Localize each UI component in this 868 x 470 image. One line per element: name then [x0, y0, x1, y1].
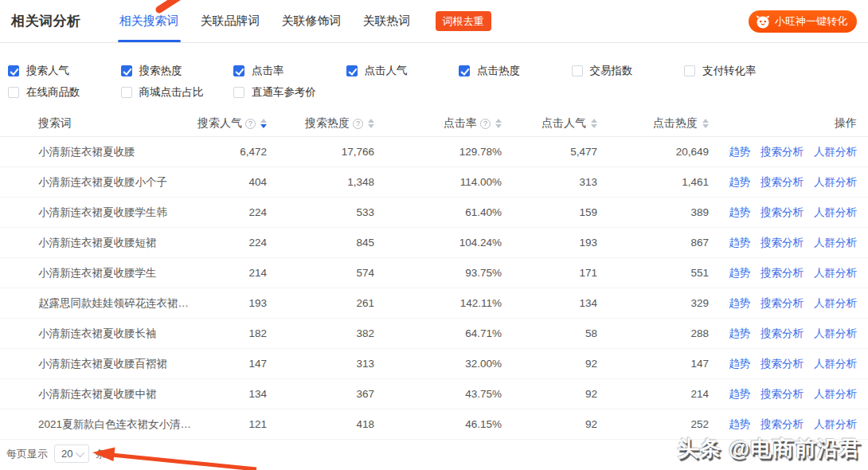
- keyword-cell[interactable]: 小清新连衣裙夏收腰小个子: [0, 175, 199, 190]
- trend-link[interactable]: 趋势: [729, 417, 750, 432]
- keyword-cell[interactable]: 小清新连衣裙夏收腰学生: [0, 266, 199, 280]
- search-heat-cell: 367: [267, 388, 374, 400]
- checkbox-icon[interactable]: [121, 87, 132, 98]
- checkbox-icon[interactable]: [346, 65, 358, 76]
- keyword-cell[interactable]: 小清新连衣裙夏收腰短裙: [0, 236, 199, 250]
- search-analysis-link[interactable]: 搜索分析: [760, 357, 803, 371]
- row-actions: 趋势 搜索分析 人群分析: [709, 266, 868, 280]
- click-popularity-cell: 171: [502, 267, 597, 279]
- sort-caret-icon[interactable]: [591, 119, 597, 128]
- crowd-analysis-link[interactable]: 人群分析: [814, 387, 857, 401]
- metric-checkbox[interactable]: 点击人气: [346, 64, 459, 78]
- metric-checkbox[interactable]: 支付转化率: [684, 64, 797, 78]
- crowd-analysis-link[interactable]: 人群分析: [814, 236, 857, 250]
- sort-caret-icon[interactable]: [495, 119, 502, 128]
- trend-link[interactable]: 趋势: [729, 296, 750, 311]
- trend-link[interactable]: 趋势: [729, 236, 750, 250]
- crowd-analysis-link[interactable]: 人群分析: [814, 206, 857, 220]
- click-heat-cell: 214: [597, 388, 709, 400]
- checkbox-icon[interactable]: [233, 65, 244, 76]
- search-heat-cell: 418: [267, 418, 374, 430]
- keyword-cell[interactable]: 小清新连衣裙夏收腰百褶裙: [0, 357, 199, 371]
- tab-related-brand-words[interactable]: 关联品牌词: [201, 0, 260, 42]
- sort-caret-icon[interactable]: [702, 119, 709, 128]
- metric-checkbox[interactable]: 交易指数: [572, 64, 685, 78]
- ctr-cell: 32.00%: [374, 358, 502, 370]
- tab-bar: 相关搜索词 关联品牌词 关联修饰词 关联热词 词根去重: [119, 0, 491, 42]
- checkbox-icon[interactable]: [684, 65, 695, 76]
- search-analysis-link[interactable]: 搜索分析: [760, 417, 803, 432]
- metric-checkbox[interactable]: 直通车参考价: [233, 85, 346, 100]
- keyword-cell[interactable]: 小清新连衣裙夏收腰中裙: [0, 387, 199, 401]
- table-row: 小清新连衣裙夏收腰百褶裙 147 313 32.00% 92 147 趋势 搜索…: [0, 349, 868, 379]
- help-question-icon[interactable]: ?: [480, 119, 491, 129]
- row-actions: 趋势 搜索分析 人群分析: [709, 387, 868, 401]
- trend-link[interactable]: 趋势: [729, 357, 750, 371]
- crowd-analysis-link[interactable]: 人群分析: [814, 296, 857, 311]
- search-analysis-link[interactable]: 搜索分析: [760, 387, 803, 401]
- metric-checkbox[interactable]: 搜索人气: [8, 64, 121, 78]
- search-analysis-link[interactable]: 搜索分析: [760, 236, 803, 250]
- column-header-label: 搜索热度: [305, 116, 350, 131]
- keyword-cell[interactable]: 小清新连衣裙夏收腰: [0, 145, 199, 159]
- crowd-analysis-link[interactable]: 人群分析: [814, 266, 857, 280]
- tab-related-modifier-words[interactable]: 关联修饰词: [282, 0, 342, 42]
- checkbox-icon[interactable]: [8, 65, 19, 76]
- ctr-cell: 61.40%: [374, 206, 502, 218]
- crowd-analysis-link[interactable]: 人群分析: [814, 327, 857, 341]
- metric-checkbox[interactable]: 在线商品数: [8, 85, 121, 100]
- trend-link[interactable]: 趋势: [729, 387, 750, 401]
- metric-checkbox[interactable]: 点击热度: [459, 64, 572, 78]
- keyword-cell[interactable]: 赵露思同款娃娃领碎花连衣裙女夏甜...: [0, 296, 199, 311]
- keyword-cell[interactable]: 小清新连衣裙夏收腰学生韩: [0, 206, 199, 220]
- tab-related-search-words[interactable]: 相关搜索词: [119, 0, 179, 42]
- keyword-cell[interactable]: 小清新连衣裙夏收腰长袖: [0, 327, 199, 341]
- crowd-analysis-link[interactable]: 人群分析: [814, 145, 857, 159]
- help-question-icon[interactable]: ?: [353, 119, 363, 129]
- search-popularity-cell: 147: [199, 358, 267, 370]
- crowd-analysis-link[interactable]: 人群分析: [814, 417, 857, 432]
- metric-checkbox[interactable]: 点击率: [233, 64, 346, 78]
- trend-link[interactable]: 趋势: [729, 327, 750, 341]
- checkbox-icon[interactable]: [121, 65, 132, 76]
- click-heat-cell: 867: [597, 237, 709, 249]
- search-analysis-link[interactable]: 搜索分析: [760, 296, 803, 311]
- page-size-select[interactable]: 20: [54, 445, 89, 463]
- one-click-convert-button[interactable]: 小旺神一键转化: [749, 10, 857, 33]
- checkbox-icon[interactable]: [459, 65, 470, 76]
- sort-caret-icon[interactable]: [368, 119, 374, 128]
- metric-checkbox[interactable]: 搜索热度: [121, 64, 234, 78]
- search-analysis-link[interactable]: 搜索分析: [760, 206, 803, 220]
- search-analysis-link[interactable]: 搜索分析: [760, 327, 803, 341]
- checkbox-icon[interactable]: [572, 65, 583, 76]
- trend-link[interactable]: 趋势: [729, 145, 750, 159]
- checkbox-icon[interactable]: [233, 87, 244, 98]
- ctr-cell: 114.00%: [374, 176, 502, 188]
- row-actions: 趋势 搜索分析 人群分析: [709, 417, 868, 432]
- click-popularity-cell: 5,477: [502, 146, 597, 158]
- row-actions: 趋势 搜索分析 人群分析: [709, 206, 868, 220]
- crowd-analysis-link[interactable]: 人群分析: [814, 357, 857, 371]
- search-heat-cell: 382: [267, 327, 374, 339]
- trend-link[interactable]: 趋势: [729, 206, 750, 220]
- search-heat-cell: 261: [267, 297, 374, 309]
- search-analysis-link[interactable]: 搜索分析: [760, 175, 803, 190]
- help-question-icon[interactable]: ?: [245, 119, 256, 129]
- trend-link[interactable]: 趋势: [729, 175, 750, 190]
- ctr-cell: 142.11%: [374, 297, 502, 309]
- sort-caret-icon[interactable]: [260, 119, 267, 128]
- tab-related-hot-words[interactable]: 关联热词: [363, 0, 411, 42]
- search-analysis-link[interactable]: 搜索分析: [760, 266, 803, 280]
- metric-checkbox[interactable]: 商城点击占比: [121, 85, 234, 100]
- click-popularity-cell: 159: [502, 206, 597, 218]
- convert-button-label: 小旺神一键转化: [775, 14, 847, 29]
- search-analysis-link[interactable]: 搜索分析: [760, 145, 803, 159]
- table-row: 赵露思同款娃娃领碎花连衣裙女夏甜... 193 261 142.11% 134 …: [0, 288, 868, 319]
- root-dedupe-badge[interactable]: 词根去重: [436, 11, 491, 31]
- click-popularity-cell: 58: [502, 327, 597, 339]
- checkbox-icon[interactable]: [8, 87, 19, 98]
- filter-row-2: 在线商品数 商城点击占比 直通车参考价: [8, 85, 868, 100]
- crowd-analysis-link[interactable]: 人群分析: [814, 175, 857, 190]
- keyword-cell[interactable]: 2021夏新款白色连衣裙女小清新日系...: [0, 417, 199, 432]
- trend-link[interactable]: 趋势: [729, 266, 750, 280]
